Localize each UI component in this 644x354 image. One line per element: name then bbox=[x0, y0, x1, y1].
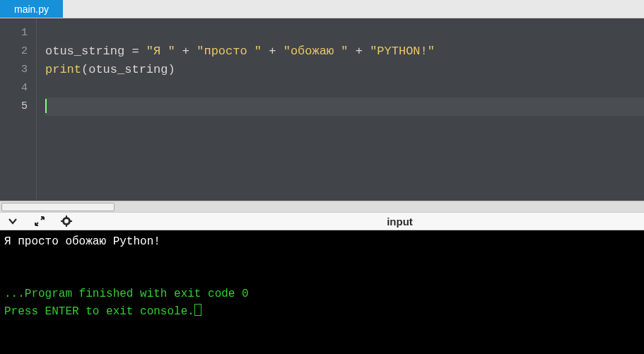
line-number: 3 bbox=[0, 61, 36, 79]
code-line: print(otus_string) bbox=[45, 61, 644, 79]
tab-label: main.py bbox=[14, 4, 49, 15]
line-number: 1 bbox=[0, 24, 36, 42]
line-number: 2 bbox=[0, 42, 36, 61]
editor-cursor bbox=[45, 99, 47, 113]
chevron-down-icon[interactable] bbox=[6, 214, 20, 228]
expand-icon[interactable] bbox=[33, 214, 47, 228]
code-area[interactable]: otus_string = "Я " + "просто " + "обожаю… bbox=[37, 18, 644, 201]
code-line bbox=[45, 24, 644, 42]
line-number-gutter: 1 2 3 4 5 bbox=[0, 18, 37, 201]
code-line-active bbox=[45, 98, 644, 116]
line-number: 5 bbox=[0, 98, 36, 116]
code-editor[interactable]: 1 2 3 4 5 otus_string = "Я " + "просто "… bbox=[0, 18, 644, 201]
line-number: 4 bbox=[0, 79, 36, 98]
svg-rect-3 bbox=[70, 220, 72, 222]
console-line: Я просто обожаю Python! bbox=[4, 235, 160, 248]
console-output[interactable]: Я просто обожаю Python! ...Program finis… bbox=[0, 230, 644, 354]
svg-rect-1 bbox=[66, 225, 67, 227]
console-status-line: ...Program finished with exit code 0 bbox=[4, 288, 249, 300]
scrollbar-thumb[interactable] bbox=[1, 203, 115, 211]
svg-rect-2 bbox=[61, 220, 63, 222]
panel-label: input bbox=[387, 216, 413, 228]
tab-bar: main.py bbox=[0, 0, 644, 18]
console-prompt-line: Press ENTER to exit console. bbox=[4, 305, 194, 318]
horizontal-scrollbar[interactable] bbox=[0, 201, 644, 212]
svg-rect-0 bbox=[66, 216, 67, 218]
gear-icon[interactable] bbox=[59, 214, 74, 228]
code-line bbox=[45, 79, 644, 98]
file-tab-main[interactable]: main.py bbox=[0, 0, 63, 18]
code-line: otus_string = "Я " + "просто " + "обожаю… bbox=[45, 42, 644, 61]
console-cursor bbox=[194, 304, 201, 316]
console-toolbar: input bbox=[0, 212, 644, 230]
